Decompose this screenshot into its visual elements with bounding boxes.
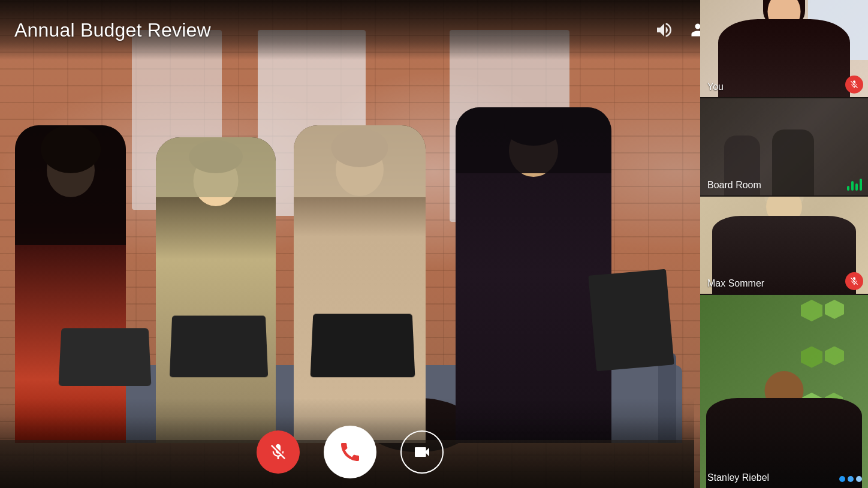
audio-bar-4 <box>860 179 862 191</box>
mute-icon <box>269 442 288 462</box>
you-figure <box>718 19 850 97</box>
dot-2 <box>848 476 854 482</box>
hex-4 <box>825 347 844 366</box>
max-mute-icon <box>849 276 859 286</box>
boardroom-label: Board Room <box>707 180 761 191</box>
dot-1 <box>839 476 845 482</box>
mute-button[interactable] <box>257 430 300 474</box>
boardroom-tile: Board Room <box>700 98 868 195</box>
you-label: You <box>707 82 724 92</box>
video-button[interactable] <box>400 430 444 474</box>
hex-1 <box>801 300 822 321</box>
person-4-notebook <box>588 269 674 372</box>
volume-icon <box>655 20 674 40</box>
you-video <box>700 0 868 97</box>
stanley-tile: Stanley Riebel <box>700 295 868 488</box>
person-4-body <box>456 107 611 443</box>
max-mute-badge <box>845 272 863 290</box>
audio-bar-2 <box>851 181 854 191</box>
person-3-body <box>294 125 426 443</box>
stanley-video <box>700 295 868 488</box>
boardroom-figure-2 <box>772 129 814 195</box>
person-2-laptop <box>170 316 268 378</box>
sidebar: You Board Room <box>700 0 868 488</box>
you-mute-badge <box>845 76 863 94</box>
you-tile: You <box>700 0 868 97</box>
meeting-title: Annual Budget Review <box>14 19 655 41</box>
stanley-label: Stanley Riebel <box>707 472 769 483</box>
speaking-indicator <box>839 476 862 482</box>
you-mute-icon <box>849 80 859 89</box>
person-1-body <box>15 125 126 443</box>
hangup-button[interactable] <box>324 426 376 478</box>
hangup-icon <box>338 440 362 464</box>
audio-bar-1 <box>847 186 849 191</box>
hex-3 <box>801 347 822 368</box>
bottom-controls <box>0 416 700 488</box>
max-tile: Max Sommer <box>700 197 868 294</box>
volume-button[interactable] <box>655 20 674 40</box>
audio-indicator <box>847 177 862 191</box>
person-2-body <box>156 137 276 443</box>
person-3-laptop <box>311 314 415 378</box>
max-label: Max Sommer <box>707 278 764 289</box>
audio-bar-3 <box>855 183 858 191</box>
hex-2 <box>825 300 844 319</box>
video-icon <box>412 442 432 462</box>
person-1-laptop <box>58 328 151 386</box>
dot-3 <box>856 476 862 482</box>
